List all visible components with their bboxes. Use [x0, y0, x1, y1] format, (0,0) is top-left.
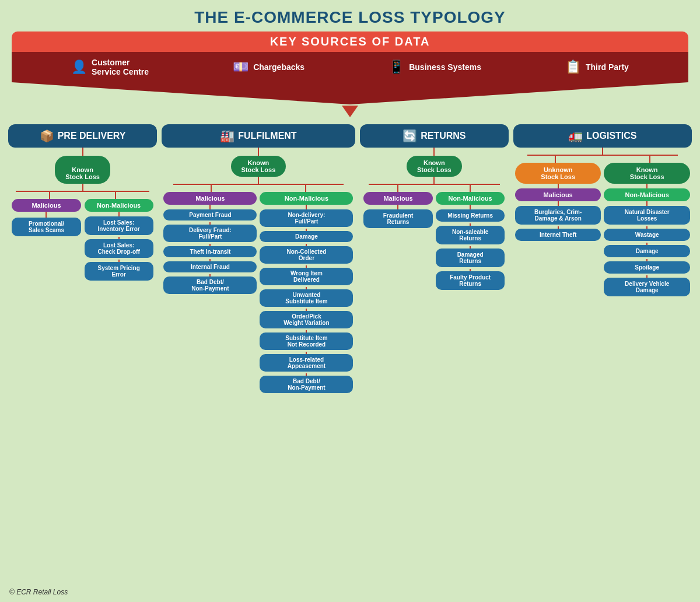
fulfilment-header: 🏭 FULFILMENT	[162, 124, 355, 148]
col-fulfilment: 🏭 FULFILMENT KnownStock Loss Malicious P…	[162, 124, 355, 393]
pre-delivery-non-malicious-branch: Non-Malicious Lost Sales:Inventory Error…	[85, 199, 153, 281]
unwanted-substitute-item: UnwantedSubstitute Item	[260, 289, 353, 307]
returns-header: 🔄 RETURNS	[360, 124, 509, 148]
footer-credit: © ECR Retail Loss	[9, 588, 68, 596]
fulfilment-known-loss: KnownStock Loss	[231, 156, 286, 177]
col-pre-delivery: 📦 PRE DELIVERY Known Stock Loss	[8, 124, 157, 281]
logistics-known-stock-loss: KnownStock Loss	[604, 163, 690, 184]
fulfilment-non-malicious-branch: Non-Malicious Non-delivery:Full/Part Dam…	[260, 192, 353, 393]
source-customer-service: 👤 Customer Service Centre	[71, 58, 149, 76]
returns-non-malicious-branch: Non-Malicious Missing Returns Non-saleab…	[436, 192, 505, 290]
col-logistics: 🚛 LOGISTICS UnknownStock Loss Malicious	[513, 124, 692, 296]
returns-known-loss: KnownStock Loss	[407, 156, 462, 177]
logistics-header: 🚛 LOGISTICS	[513, 124, 692, 148]
fulfilment-malicious-branch: Malicious Payment Fraud Delivery Fraud:F…	[163, 192, 257, 294]
banner-wing	[12, 82, 688, 104]
promotional-sales-scams: Promotional/Sales Scams	[12, 218, 80, 236]
source-third-party: 📋 Third Party	[565, 60, 629, 75]
returns-malicious-branch: Malicious FraudulentReturns	[363, 192, 433, 228]
pre-delivery-malicious-branch: Malicious Promotional/Sales Scams	[12, 199, 80, 281]
col-returns: 🔄 RETURNS KnownStock Loss Malicious Frau…	[360, 124, 509, 290]
source-business-systems: 📱 Business Systems	[388, 60, 481, 75]
pre-delivery-malicious: Malicious	[12, 199, 80, 212]
fulfilment-icon: 🏭	[220, 129, 235, 143]
source-chargebacks: 💷 Chargebacks	[233, 60, 304, 75]
unknown-stock-loss: UnknownStock Loss	[515, 163, 601, 184]
logistics-unknown-branch: UnknownStock Loss Malicious Burglaries, …	[515, 163, 601, 241]
pre-delivery-header: 📦 PRE DELIVERY	[8, 124, 157, 148]
main-title: THE E-COMMERCE LOSS TYPOLOGY	[0, 0, 700, 32]
substitute-item-not-recorded: Substitute ItemNot Recorded	[260, 332, 353, 350]
pre-delivery-icon: 📦	[40, 129, 54, 143]
key-sources-title: KEY SOURCES OF DATA	[270, 35, 430, 48]
columns-area: 📦 PRE DELIVERY Known Stock Loss	[0, 107, 700, 393]
logistics-known-branch: KnownStock Loss Non-Malicious Natural Di…	[604, 163, 690, 296]
pre-delivery-known-loss: Known Stock Loss	[55, 156, 110, 184]
key-sources-banner: KEY SOURCES OF DATA 👤 Customer Service C…	[12, 32, 688, 107]
pre-delivery-non-malicious: Non-Malicious	[85, 199, 153, 212]
page-wrapper: THE E-COMMERCE LOSS TYPOLOGY KEY SOURCES…	[0, 0, 700, 602]
svg-marker-0	[12, 82, 688, 104]
